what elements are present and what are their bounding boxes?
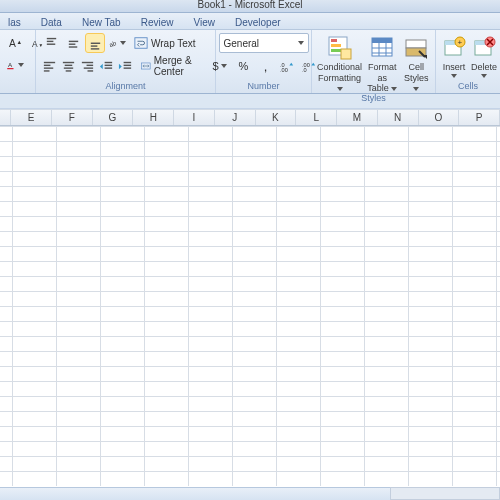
- svg-rect-13: [90, 45, 97, 46]
- status-bar: [0, 487, 500, 500]
- cells-group-label: Cells: [441, 81, 495, 92]
- wrap-text-button[interactable]: Wrap Text: [129, 33, 201, 53]
- conditional-formatting-button[interactable]: Conditional Formatting: [317, 33, 362, 93]
- svg-text:.0: .0: [302, 67, 307, 73]
- svg-rect-6: [46, 37, 55, 38]
- svg-rect-34: [124, 67, 132, 68]
- column-headers: E F G H I J K L M N O P: [0, 109, 500, 126]
- tab-formulas[interactable]: las: [5, 15, 24, 29]
- tab-view[interactable]: View: [190, 15, 218, 29]
- align-right-button[interactable]: [79, 56, 96, 76]
- svg-rect-30: [105, 64, 113, 65]
- align-top-button[interactable]: [41, 33, 61, 53]
- accounting-button[interactable]: $: [208, 56, 232, 76]
- svg-rect-22: [65, 64, 73, 65]
- decrease-indent-button[interactable]: [98, 56, 115, 76]
- col-header[interactable]: O: [419, 110, 460, 125]
- svg-text:ab: ab: [108, 38, 117, 47]
- col-header[interactable]: P: [459, 110, 500, 125]
- svg-text:+: +: [458, 38, 463, 47]
- col-header[interactable]: H: [133, 110, 174, 125]
- svg-rect-51: [406, 40, 426, 48]
- svg-rect-41: [331, 39, 337, 42]
- align-bottom-button[interactable]: [85, 33, 105, 53]
- svg-rect-8: [46, 43, 54, 44]
- svg-rect-25: [82, 61, 93, 62]
- row-header-gutter: [0, 110, 11, 125]
- svg-rect-5: [7, 68, 13, 69]
- svg-rect-17: [44, 61, 55, 62]
- align-left-button[interactable]: [41, 56, 58, 76]
- svg-rect-33: [124, 64, 132, 65]
- svg-rect-24: [66, 70, 72, 71]
- orientation-button[interactable]: ab: [107, 33, 127, 53]
- col-header[interactable]: F: [52, 110, 93, 125]
- col-header[interactable]: M: [337, 110, 378, 125]
- svg-rect-21: [63, 61, 74, 62]
- cell-styles-icon: [403, 35, 429, 61]
- wrap-text-icon: [134, 36, 148, 50]
- horizontal-scrollbar[interactable]: [390, 487, 500, 500]
- svg-rect-23: [64, 67, 73, 68]
- col-header[interactable]: G: [93, 110, 134, 125]
- format-as-table-button[interactable]: Format as Table: [366, 33, 398, 93]
- alignment-group-label: Alignment: [41, 81, 210, 92]
- insert-button[interactable]: + Insert: [441, 33, 467, 78]
- svg-text:A: A: [8, 60, 13, 67]
- svg-rect-11: [68, 46, 76, 47]
- ribbon-tabs: las Data New Tab Review View Developer: [0, 13, 500, 30]
- cell-styles-button[interactable]: Cell Styles: [402, 33, 430, 93]
- svg-text:.00: .00: [280, 67, 288, 73]
- comma-button[interactable]: ,: [256, 56, 276, 76]
- merge-center-button[interactable]: Merge & Center: [136, 56, 211, 76]
- svg-rect-27: [84, 67, 93, 68]
- number-group-label: Number: [221, 81, 306, 92]
- insert-icon: +: [441, 35, 467, 61]
- wrap-text-label: Wrap Text: [151, 38, 196, 49]
- window-title: Book1 - Microsoft Excel: [0, 0, 500, 13]
- number-format-dropdown[interactable]: General: [219, 33, 309, 53]
- align-center-button[interactable]: [60, 56, 77, 76]
- svg-rect-26: [87, 64, 94, 65]
- svg-rect-9: [68, 40, 77, 41]
- svg-rect-16: [135, 38, 147, 49]
- number-format-value: General: [224, 38, 260, 49]
- ribbon: A▲ A▼ A ab Wrap Text: [0, 30, 500, 94]
- col-header[interactable]: E: [11, 110, 52, 125]
- svg-rect-46: [372, 38, 392, 43]
- merge-icon: [141, 59, 151, 73]
- increase-indent-button[interactable]: [117, 56, 134, 76]
- col-header[interactable]: L: [296, 110, 337, 125]
- merge-center-label: Merge & Center: [154, 55, 203, 77]
- tab-new[interactable]: New Tab: [79, 15, 124, 29]
- svg-rect-14: [90, 48, 98, 49]
- col-header[interactable]: J: [215, 110, 256, 125]
- grow-font-button[interactable]: A▲: [5, 33, 25, 53]
- delete-button[interactable]: Delete: [471, 33, 497, 78]
- tab-developer[interactable]: Developer: [232, 15, 284, 29]
- svg-rect-12: [90, 42, 99, 43]
- svg-text:▲: ▲: [16, 38, 22, 44]
- svg-rect-44: [341, 49, 351, 59]
- font-color-button[interactable]: A: [5, 55, 25, 75]
- font-group-label: [5, 91, 30, 92]
- svg-rect-20: [44, 70, 50, 71]
- svg-rect-7: [46, 40, 53, 41]
- percent-button[interactable]: %: [234, 56, 254, 76]
- worksheet-grid[interactable]: [0, 126, 500, 486]
- svg-rect-18: [44, 64, 51, 65]
- svg-rect-32: [124, 61, 132, 62]
- col-header[interactable]: I: [174, 110, 215, 125]
- svg-rect-10: [68, 43, 75, 44]
- align-middle-button[interactable]: [63, 33, 83, 53]
- col-header[interactable]: N: [378, 110, 419, 125]
- svg-rect-29: [105, 61, 113, 62]
- tab-review[interactable]: Review: [138, 15, 177, 29]
- col-header[interactable]: K: [256, 110, 297, 125]
- table-icon: [369, 35, 395, 61]
- svg-rect-42: [331, 44, 341, 47]
- svg-text:A: A: [8, 38, 15, 49]
- increase-decimal-button[interactable]: .0.00: [278, 56, 298, 76]
- delete-icon: [471, 35, 497, 61]
- tab-data[interactable]: Data: [38, 15, 65, 29]
